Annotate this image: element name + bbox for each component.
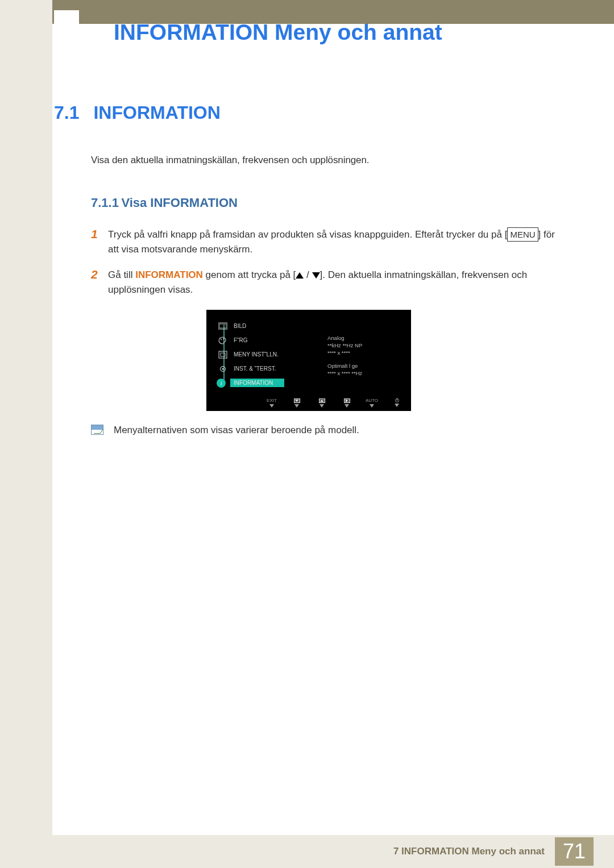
step-item: 2 Gå till INFORMATION genom att trycka p… [91,268,566,298]
osd-footer: EXIT AUTO [217,398,405,408]
note-text: Menyalternativen som visas varierar bero… [114,425,359,436]
chevron-down-icon [345,404,349,408]
osd-label: INFORMATION [230,379,405,387]
chevron-down-icon [395,404,399,407]
osd-label: F˜RG [234,337,405,343]
subsection-title: Visa INFORMATION [121,196,238,210]
side-strip [0,0,52,868]
gear-icon [217,364,229,373]
svg-rect-1 [219,324,226,328]
osd-enter-button [341,398,353,408]
osd-info-line: **kHz **Hz NP [327,342,362,350]
osd-info-line: **** x **** [327,350,362,357]
osd-item-inst-aterst: INST. & ˜TERST. [217,362,405,376]
osd-power-button [391,398,403,407]
svg-rect-4 [219,351,227,358]
info-icon: i [217,379,226,388]
chevron-down-icon [269,404,274,408]
section-number: 7.1 [54,102,91,123]
svg-rect-5 [221,353,225,356]
svg-text:i: i [221,380,222,386]
osd-label: MENY INST˜LLN. [234,351,405,358]
svg-point-2 [221,339,222,340]
menu-settings-icon [217,350,229,359]
steps-list: 1 Tryck på valfri knapp på framsidan av … [91,227,566,297]
osd-up-button [316,398,328,408]
top-tab-block [54,10,79,25]
subsection-number: 7.1.1 [91,196,119,210]
content: 7.1 INFORMATION Visa den aktuella inmatn… [54,102,566,436]
step-text: Gå till INFORMATION genom att trycka på … [108,268,566,298]
osd-info-line: Optimalt l ge [327,363,362,370]
chapter-title: INFORMATION Meny och annat [114,20,442,45]
osd-info-line: **** x **** **Hz [327,370,362,377]
section-heading: 7.1 INFORMATION [54,102,566,123]
power-icon [395,398,399,402]
chevron-down-icon [320,404,324,408]
svg-point-7 [222,368,223,369]
menu-key-icon: MENU [507,227,538,242]
palette-icon [217,336,229,345]
note: Menyalternativen som visas varierar bero… [91,425,566,436]
osd-down-button [291,398,303,408]
picture-icon [217,322,229,331]
note-icon [91,425,103,435]
osd-item-menyinstalln: MENY INST˜LLN. [217,347,405,362]
arrow-down-icon [312,272,320,279]
osd-auto-button: AUTO [366,398,378,408]
osd-exit-button: EXIT [265,398,278,408]
intro-text: Visa den aktuella inmatningskällan, frek… [91,155,566,166]
step-text: Tryck på valfri knapp på framsidan av pr… [108,227,566,258]
footer-text: 7 INFORMATION Meny och annat [393,846,545,857]
step-highlight: INFORMATION [135,269,203,280]
osd-item-bild: BILD [217,319,405,333]
osd-info-panel: Analog **kHz **Hz NP **** x **** Optimal… [327,335,362,377]
step-number: 2 [91,268,108,298]
section-title: INFORMATION [93,102,220,123]
chevron-down-icon [294,404,299,408]
subsection-heading: 7.1.1 Visa INFORMATION [91,196,566,210]
arrow-up-icon [296,272,304,279]
page-footer: 7 INFORMATION Meny och annat 71 [52,835,614,868]
step-item: 1 Tryck på valfri knapp på framsidan av … [91,227,566,258]
osd-screenshot: BILD F˜RG MENY INST˜LLN. [206,310,566,411]
osd-item-information: i INFORMATION [217,376,405,390]
osd-info-line: Analog [327,335,362,342]
step-number: 1 [91,227,108,258]
osd-label: BILD [234,323,405,329]
svg-point-3 [223,338,224,339]
page-number: 71 [555,837,594,866]
osd-item-farg: F˜RG [217,333,405,347]
osd-label: INST. & ˜TERST. [234,366,405,372]
chevron-down-icon [370,404,374,408]
